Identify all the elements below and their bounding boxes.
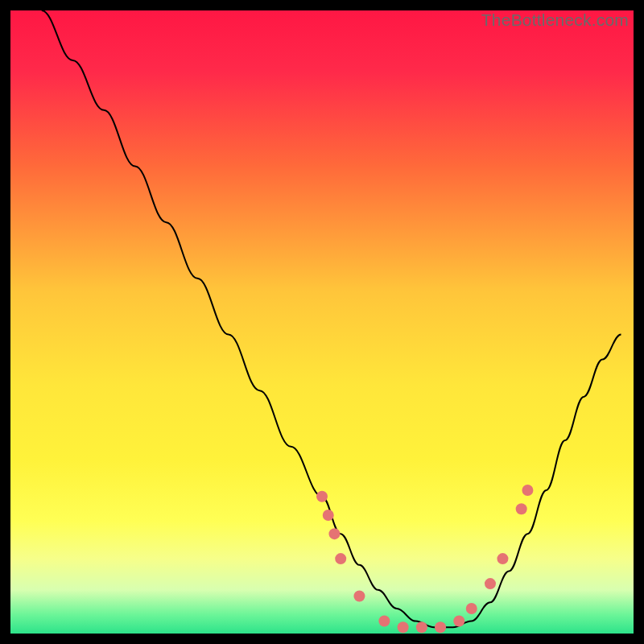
chart-frame: TheBottleneck.com: [10, 10, 634, 634]
curve-marker: [416, 621, 427, 633]
curve-marker: [466, 603, 477, 614]
curve-marker: [435, 621, 446, 633]
chart-background: [10, 10, 634, 634]
curve-marker: [398, 621, 409, 633]
curve-marker: [335, 553, 346, 564]
curve-marker: [328, 528, 340, 539]
curve-marker: [516, 503, 527, 514]
chart-svg: [10, 10, 634, 634]
curve-marker: [378, 616, 390, 627]
curve-marker: [497, 553, 508, 564]
curve-marker: [522, 485, 533, 496]
curve-marker: [323, 510, 334, 521]
curve-marker: [316, 491, 328, 502]
curve-marker: [353, 591, 365, 602]
watermark-text: TheBottleneck.com: [481, 10, 629, 30]
curve-marker: [485, 578, 496, 589]
curve-marker: [453, 616, 464, 627]
